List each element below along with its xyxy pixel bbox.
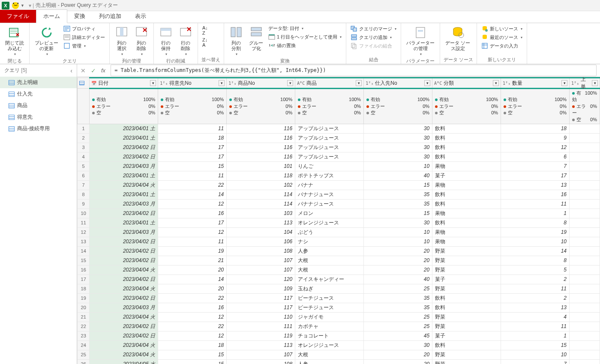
cell[interactable]: 12 <box>158 331 227 340</box>
cell[interactable]: 2023/04/01 土 <box>90 124 158 133</box>
cell[interactable] <box>570 331 600 340</box>
row-number[interactable]: 25 <box>78 350 90 359</box>
cell[interactable]: 109 <box>227 284 295 293</box>
cell[interactable]: 108 <box>227 359 295 364</box>
cell[interactable]: 14 <box>158 274 227 284</box>
cell[interactable]: 5 <box>501 265 570 274</box>
cell[interactable]: 20 <box>158 284 227 293</box>
cell[interactable]: 30 <box>364 143 432 152</box>
filter-dropdown-icon[interactable]: ▾ <box>287 80 293 86</box>
cell[interactable]: 11 <box>501 284 570 293</box>
cell[interactable]: ピーチジュース <box>295 303 364 312</box>
cell[interactable]: 20 <box>364 350 432 359</box>
cell[interactable]: 大根 <box>295 256 364 265</box>
cell[interactable]: 116 <box>227 124 295 133</box>
cell[interactable]: 119 <box>227 331 295 340</box>
cell[interactable] <box>570 274 600 284</box>
cell[interactable]: 118 <box>227 171 295 180</box>
properties-button[interactable]: プロパティ <box>63 25 106 33</box>
cell[interactable]: 19 <box>158 246 227 256</box>
cell[interactable] <box>570 284 600 293</box>
fx-icon[interactable]: fx <box>101 67 105 74</box>
cell[interactable]: 野菜 <box>432 284 501 293</box>
cell[interactable]: 18 <box>158 133 227 143</box>
table-row[interactable]: 132023/04/02 日11106ナシ10果物10 <box>78 237 600 246</box>
cancel-formula-button[interactable]: ✕ <box>81 67 86 74</box>
cell[interactable]: 11 <box>501 322 570 331</box>
cell[interactable]: 6 <box>501 152 570 161</box>
cell[interactable]: 2023/04/02 日 <box>90 152 158 161</box>
cell[interactable]: 114 <box>227 190 295 199</box>
table-row[interactable]: 72023/04/04 火22102バナナ15果物13 <box>78 180 600 190</box>
cell[interactable]: 飲料 <box>432 190 501 199</box>
table-row[interactable]: 22023/04/01 土18116アップルジュース30飲料9 <box>78 133 600 143</box>
cell[interactable]: 飲料 <box>432 218 501 227</box>
cell[interactable]: 大根 <box>295 265 364 274</box>
cell[interactable]: 2 <box>501 274 570 284</box>
row-number[interactable]: 7 <box>78 180 90 190</box>
cell[interactable]: 飲料 <box>432 340 501 350</box>
row-number[interactable]: 15 <box>78 256 90 265</box>
cell[interactable] <box>570 190 600 199</box>
cell[interactable]: 果物 <box>432 209 501 218</box>
cell[interactable]: 111 <box>227 322 295 331</box>
advanced-editor-button[interactable]: 詳細エディター <box>63 33 106 41</box>
cell[interactable]: ナシ <box>295 237 364 246</box>
cell[interactable]: 30 <box>364 124 432 133</box>
cell[interactable]: 果物 <box>432 237 501 246</box>
row-number[interactable]: 4 <box>78 152 90 161</box>
table-row[interactable]: 262023/04/05 水15108人参20野菜7 <box>78 359 600 364</box>
column-header[interactable]: AᴮC商品▾ <box>295 78 364 89</box>
cell[interactable]: 20 <box>364 359 432 364</box>
manage-button[interactable]: 管理▾ <box>63 42 106 50</box>
first-row-header-button[interactable]: 1 行目をヘッダーとして使用▾ <box>267 33 342 41</box>
cell[interactable]: 35 <box>364 190 432 199</box>
cell[interactable]: 2023/04/04 火 <box>90 180 158 190</box>
cell[interactable]: 20 <box>364 256 432 265</box>
cell[interactable]: 17 <box>158 152 227 161</box>
row-number[interactable]: 21 <box>78 312 90 322</box>
corner-cell[interactable] <box>78 78 90 89</box>
cell[interactable] <box>570 265 600 274</box>
table-row[interactable]: 252023/04/04 火15107大根20野菜10 <box>78 350 600 359</box>
cell[interactable]: 2023/04/04 火 <box>90 340 158 350</box>
cell[interactable]: 30 <box>364 340 432 350</box>
table-row[interactable]: 102023/04/02 日16103メロン15果物1 <box>78 209 600 218</box>
filter-dropdown-icon[interactable]: ▾ <box>356 80 362 86</box>
cell[interactable]: 104 <box>227 227 295 237</box>
cell[interactable]: 30 <box>364 152 432 161</box>
preview-refresh-button[interactable]: プレビュー の更新▾ <box>33 25 60 57</box>
row-number[interactable]: 13 <box>78 237 90 246</box>
cell[interactable]: 13 <box>501 303 570 312</box>
cell[interactable]: 16 <box>501 190 570 199</box>
row-number[interactable]: 9 <box>78 199 90 209</box>
cell[interactable]: 107 <box>227 350 295 359</box>
cell[interactable]: 110 <box>227 312 295 322</box>
split-column-button[interactable]: 列の 分割▾ <box>228 25 245 57</box>
cell[interactable]: 116 <box>227 133 295 143</box>
cell[interactable]: 野菜 <box>432 246 501 256</box>
cell[interactable]: 2023/04/03 月 <box>90 227 158 237</box>
merge-queries-button[interactable]: クエリのマージ▾ <box>350 25 397 33</box>
cell[interactable]: 2023/04/02 日 <box>90 293 158 303</box>
cell[interactable]: 野菜 <box>432 312 501 322</box>
cell[interactable]: 17 <box>158 218 227 227</box>
cell[interactable]: 2023/04/02 日 <box>90 331 158 340</box>
cell[interactable]: 10 <box>364 237 432 246</box>
cell[interactable]: 13 <box>501 180 570 190</box>
cell[interactable] <box>570 152 600 161</box>
cell[interactable]: チョコレート <box>295 331 364 340</box>
cell[interactable] <box>570 143 600 152</box>
cell[interactable]: 20 <box>364 246 432 256</box>
cell[interactable]: 飲料 <box>432 124 501 133</box>
cell[interactable] <box>570 199 600 209</box>
query-item[interactable]: 得意先 <box>0 111 77 123</box>
cell[interactable]: 108 <box>227 246 295 256</box>
row-number[interactable]: 26 <box>78 359 90 364</box>
cell[interactable]: 19 <box>501 227 570 237</box>
column-header[interactable]: 📅日付▾ <box>90 78 158 89</box>
tab-view[interactable]: 表示 <box>128 10 153 23</box>
cell[interactable]: 2023/04/02 日 <box>90 209 158 218</box>
cell[interactable]: 103 <box>227 209 295 218</box>
table-row[interactable]: 42023/04/02 日17116アップルジュース30飲料6 <box>78 152 600 161</box>
